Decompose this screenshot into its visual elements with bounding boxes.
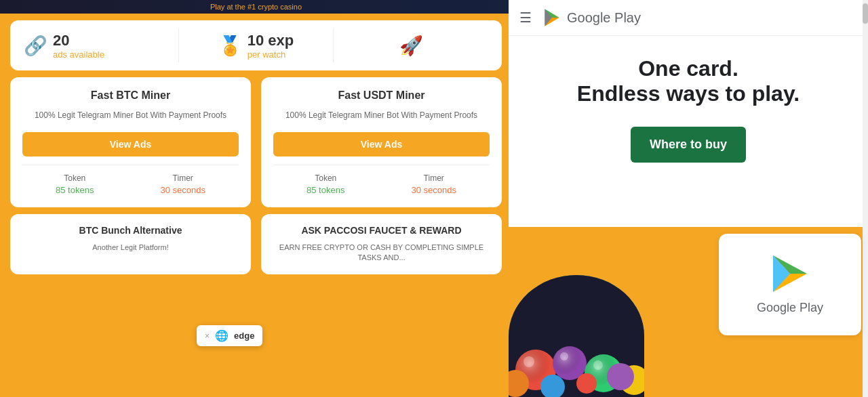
token-label-btc: Token: [56, 173, 94, 183]
edge-close-icon[interactable]: ×: [205, 331, 210, 341]
edge-popup: × 🌐 edge: [197, 325, 262, 346]
stats-card: 🔗 20 ads available 🏅 10 exp per watch 🚀: [10, 20, 502, 70]
exp-label: per watch: [248, 49, 294, 60]
top-banner: Play at the #1 crypto casino: [0, 0, 512, 14]
btcbunch-title: BTC Bunch Alternative: [21, 225, 240, 236]
ad-divider-btc: [22, 165, 239, 165]
gplay-name: Google Play: [567, 10, 641, 26]
btcbunch-desc: Another Legit Platform!: [21, 243, 240, 253]
right-panel: ☰ Google Play: [509, 0, 868, 397]
gplay-card-icon: [770, 253, 810, 294]
rocket-icon: 🚀: [399, 35, 423, 57]
gplay-logo: Google Play: [542, 8, 641, 27]
tagline: One card. Endless ways to play.: [577, 56, 800, 106]
token-col-usdt: Token 85 tokens: [307, 173, 344, 195]
timer-label-btc: Timer: [160, 173, 205, 183]
where-to-buy-button[interactable]: Where to buy: [631, 127, 746, 163]
paccosi-desc: EARN FREE CRYPTO OR CASH BY COMPLETING S…: [272, 243, 491, 264]
token-timer-btc: Token 85 tokens Timer 30 seconds: [22, 173, 239, 195]
bottom-card-btcbunch: BTC Bunch Alternative Another Legit Plat…: [10, 214, 251, 274]
gplay-bottom-section: Google Play: [509, 227, 868, 398]
token-col-btc: Token 85 tokens: [56, 173, 94, 195]
usdt-desc: 100% Legit Telegram Miner Bot With Payme…: [273, 110, 490, 121]
exp-number: 10 exp: [248, 32, 294, 49]
stat-rocket: 🚀: [334, 35, 488, 57]
token-value-btc: 85 tokens: [56, 185, 94, 195]
token-label-usdt: Token: [307, 173, 344, 183]
banner-text: Play at the #1 crypto casino: [210, 3, 302, 11]
gplay-card-label: Google Play: [757, 301, 823, 315]
btc-title: Fast BTC Miner: [22, 89, 239, 102]
edge-label: edge: [234, 331, 254, 341]
stat-exp-text: 10 exp per watch: [248, 32, 294, 60]
svg-point-17: [524, 356, 534, 367]
btc-desc: 100% Legit Telegram Miner Bot With Payme…: [22, 110, 239, 121]
bottom-card-paccosi: ASK PACCOSI FAUCET & REWARD EARN FREE CR…: [261, 214, 502, 274]
stat-ads-text: 20 ads available: [53, 32, 104, 60]
svg-point-16: [607, 363, 634, 390]
link-icon: 🔗: [24, 35, 47, 57]
stat-exp: 🏅 10 exp per watch: [179, 32, 334, 60]
candy-image: [509, 275, 644, 397]
bottom-grid: BTC Bunch Alternative Another Legit Plat…: [10, 214, 502, 274]
gplay-gift-card: Google Play: [719, 234, 861, 335]
usdt-title: Fast USDT Miner: [273, 89, 490, 102]
svg-point-15: [576, 373, 597, 394]
ads-label: ads available: [53, 49, 104, 60]
ads-number: 20: [53, 32, 104, 49]
timer-col-btc: Timer 30 seconds: [160, 173, 205, 195]
gplay-content: One card. Endless ways to play. Where to…: [509, 36, 868, 227]
tagline-line2: Endless ways to play.: [577, 81, 800, 106]
ad-card-btc: Fast BTC Miner 100% Legit Telegram Miner…: [10, 77, 251, 207]
svg-point-18: [560, 352, 568, 360]
stat-ads: 🔗 20 ads available: [24, 32, 178, 60]
ads-grid: Fast BTC Miner 100% Legit Telegram Miner…: [10, 77, 502, 207]
svg-point-19: [593, 360, 603, 370]
view-ads-btn-usdt[interactable]: View Ads: [273, 132, 490, 156]
timer-label-usdt: Timer: [411, 173, 456, 183]
timer-value-btc: 30 seconds: [160, 185, 205, 195]
scrollbar-thumb[interactable]: [863, 3, 868, 24]
scrollbar[interactable]: [863, 0, 868, 397]
view-ads-btn-btc[interactable]: View Ads: [22, 132, 239, 156]
hamburger-icon[interactable]: ☰: [519, 9, 532, 26]
gplay-header: ☰ Google Play: [509, 0, 868, 36]
edge-browser-icon: 🌐: [215, 329, 229, 342]
left-panel: Play at the #1 crypto casino 🔗 20 ads av…: [0, 0, 512, 397]
token-value-usdt: 85 tokens: [307, 185, 344, 195]
timer-col-usdt: Timer 30 seconds: [411, 173, 456, 195]
paccosi-title: ASK PACCOSI FAUCET & REWARD: [272, 225, 491, 236]
ad-card-usdt: Fast USDT Miner 100% Legit Telegram Mine…: [261, 77, 502, 207]
timer-value-usdt: 30 seconds: [411, 185, 456, 195]
google-play-icon: [542, 8, 561, 27]
ad-divider-usdt: [273, 165, 490, 165]
tagline-line1: One card.: [577, 56, 800, 81]
medal-icon: 🏅: [218, 35, 242, 57]
token-timer-usdt: Token 85 tokens Timer 30 seconds: [273, 173, 490, 195]
